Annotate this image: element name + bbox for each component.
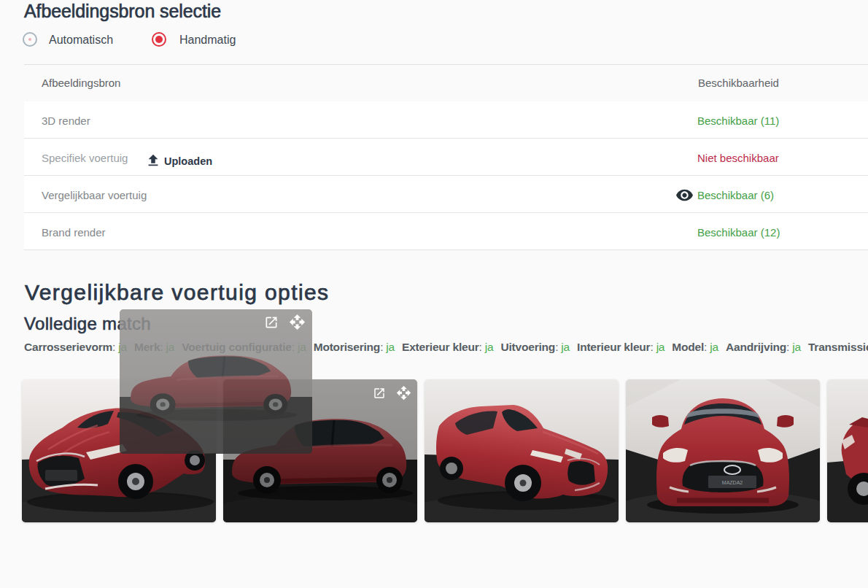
svg-text:MAZDA2: MAZDA2	[722, 480, 743, 485]
